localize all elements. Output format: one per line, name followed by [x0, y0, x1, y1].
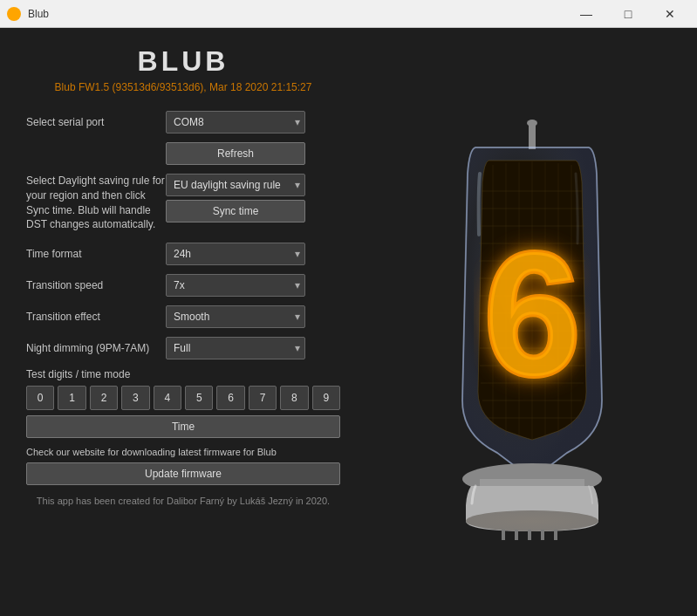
digit-5-button[interactable]: 5 — [185, 386, 213, 410]
test-digits-section: Test digits / time mode 0 1 2 3 4 5 6 7 … — [26, 368, 340, 438]
svg-rect-29 — [502, 530, 505, 540]
svg-rect-1 — [529, 123, 536, 149]
svg-rect-30 — [515, 530, 518, 540]
digit-1-button[interactable]: 1 — [58, 386, 85, 410]
main-content: BLUB Blub FW1.5 (93513d6/93513d6), Mar 1… — [0, 28, 697, 616]
digit-6-button[interactable]: 6 — [216, 386, 244, 410]
serial-port-label: Select serial port — [26, 116, 166, 128]
time-format-select-wrapper: 12h 24h — [166, 243, 305, 265]
refresh-button[interactable]: Refresh — [166, 142, 305, 165]
digit-9-button[interactable]: 9 — [312, 386, 340, 410]
right-panel: 6 6 — [366, 28, 697, 616]
time-mode-button[interactable]: Time — [26, 415, 340, 438]
daylight-select[interactable]: EU daylight saving rule US daylight savi… — [166, 174, 305, 196]
title-bar-left: Blub — [7, 7, 49, 21]
digit-buttons: 0 1 2 3 4 5 6 7 8 9 — [26, 386, 340, 410]
time-format-row: Time format 12h 24h — [26, 243, 340, 265]
serial-port-select-wrapper: COM8 — [166, 111, 305, 133]
time-format-label: Time format — [26, 248, 166, 260]
daylight-label: Select Daylight saving rule for your reg… — [26, 174, 166, 232]
maximize-button[interactable]: □ — [608, 2, 648, 26]
transition-effect-row: Transition effect Smooth Slot machine Ra… — [26, 305, 340, 328]
app-title: BLUB — [26, 45, 340, 78]
transition-speed-row: Transition speed 1x2x3x4x 5x6x7x 8x9x10x — [26, 274, 340, 297]
night-dimming-row: Night dimming (9PM-7AM) Off25%50%75% Ful… — [26, 337, 340, 359]
transition-effect-select[interactable]: Smooth Slot machine Random — [166, 305, 305, 328]
digit-8-button[interactable]: 8 — [280, 386, 308, 410]
app-icon — [7, 7, 21, 21]
transition-speed-label: Transition speed — [26, 279, 166, 291]
minimize-button[interactable]: — — [566, 2, 606, 26]
serial-port-select[interactable]: COM8 — [166, 111, 305, 133]
night-dimming-select-wrapper: Off25%50%75% Full — [166, 337, 305, 359]
night-dimming-label: Night dimming (9PM-7AM) — [26, 342, 166, 354]
daylight-select-wrapper: EU daylight saving rule US daylight savi… — [166, 174, 305, 196]
update-firmware-button[interactable]: Update firmware — [26, 462, 340, 485]
svg-rect-33 — [554, 530, 557, 540]
serial-port-row: Select serial port COM8 — [26, 111, 340, 133]
digit-3-button[interactable]: 3 — [121, 386, 149, 410]
nixie-tube-svg: 6 6 — [427, 104, 637, 540]
title-bar: Blub — □ ✕ — [0, 0, 697, 28]
refresh-row: Refresh — [26, 142, 340, 165]
test-digits-label: Test digits / time mode — [26, 368, 340, 380]
digit-4-button[interactable]: 4 — [154, 386, 181, 410]
transition-effect-label: Transition effect — [26, 311, 166, 323]
digit-7-button[interactable]: 7 — [249, 386, 277, 410]
transition-speed-select[interactable]: 1x2x3x4x 5x6x7x 8x9x10x — [166, 274, 305, 297]
digit-0-button[interactable]: 0 — [26, 386, 54, 410]
daylight-controls: EU daylight saving rule US daylight savi… — [166, 174, 305, 232]
svg-rect-26 — [480, 479, 584, 486]
window-title: Blub — [28, 8, 49, 20]
time-format-select[interactable]: 12h 24h — [166, 243, 305, 265]
website-link-text: Check our website for downloading latest… — [26, 447, 340, 457]
svg-text:6: 6 — [483, 216, 580, 411]
website-text: Check our website for downloading latest… — [26, 447, 277, 457]
transition-speed-select-wrapper: 1x2x3x4x 5x6x7x 8x9x10x — [166, 274, 305, 297]
transition-effect-select-wrapper: Smooth Slot machine Random — [166, 305, 305, 328]
daylight-section: Select Daylight saving rule for your reg… — [26, 174, 340, 232]
svg-rect-31 — [528, 530, 531, 540]
firmware-info: Blub FW1.5 (93513d6/93513d6), Mar 18 202… — [26, 81, 340, 93]
footer-text: This app has been created for Dalibor Fa… — [26, 496, 340, 506]
close-button[interactable]: ✕ — [650, 2, 690, 26]
svg-rect-32 — [541, 530, 544, 540]
digit-2-button[interactable]: 2 — [90, 386, 118, 410]
window-controls: — □ ✕ — [566, 2, 690, 26]
svg-point-28 — [466, 510, 598, 531]
left-panel: BLUB Blub FW1.5 (93513d6/93513d6), Mar 1… — [0, 28, 366, 616]
night-dimming-select[interactable]: Off25%50%75% Full — [166, 337, 305, 359]
sync-time-button[interactable]: Sync time — [166, 200, 305, 222]
